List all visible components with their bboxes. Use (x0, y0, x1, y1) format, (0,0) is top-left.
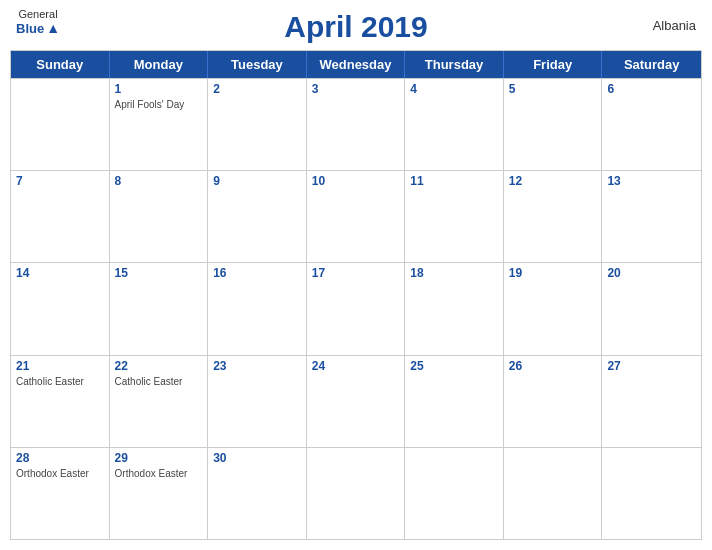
day-number: 22 (115, 359, 203, 373)
day-cell: 3 (307, 79, 406, 170)
week-row-4: 21Catholic Easter22Catholic Easter232425… (11, 355, 701, 447)
header-friday: Friday (504, 51, 603, 78)
country-label: Albania (653, 18, 696, 33)
day-number: 23 (213, 359, 301, 373)
day-cell (307, 448, 406, 539)
logo: General Blue ▲ (16, 8, 60, 36)
day-number: 17 (312, 266, 400, 280)
day-cell: 10 (307, 171, 406, 262)
day-cell: 18 (405, 263, 504, 354)
day-number: 13 (607, 174, 696, 188)
header-sunday: Sunday (11, 51, 110, 78)
calendar-grid: Sunday Monday Tuesday Wednesday Thursday… (10, 50, 702, 540)
day-cell: 24 (307, 356, 406, 447)
day-number: 3 (312, 82, 400, 96)
day-event: April Fools' Day (115, 98, 203, 111)
header-tuesday: Tuesday (208, 51, 307, 78)
day-number: 27 (607, 359, 696, 373)
day-number: 9 (213, 174, 301, 188)
day-cell: 4 (405, 79, 504, 170)
day-number: 19 (509, 266, 597, 280)
day-number: 1 (115, 82, 203, 96)
day-cell: 26 (504, 356, 603, 447)
day-cell: 11 (405, 171, 504, 262)
day-cell: 9 (208, 171, 307, 262)
day-cell: 29Orthodox Easter (110, 448, 209, 539)
day-cell (602, 448, 701, 539)
day-cell: 19 (504, 263, 603, 354)
day-cell: 7 (11, 171, 110, 262)
day-cell: 13 (602, 171, 701, 262)
day-cell: 2 (208, 79, 307, 170)
week-row-1: 1April Fools' Day23456 (11, 78, 701, 170)
day-cell: 12 (504, 171, 603, 262)
day-cell (504, 448, 603, 539)
day-number: 10 (312, 174, 400, 188)
weeks-container: 1April Fools' Day23456789101112131415161… (11, 78, 701, 539)
day-event: Catholic Easter (115, 375, 203, 388)
day-number: 15 (115, 266, 203, 280)
day-number: 4 (410, 82, 498, 96)
day-cell: 30 (208, 448, 307, 539)
header-thursday: Thursday (405, 51, 504, 78)
day-number: 26 (509, 359, 597, 373)
day-cell: 25 (405, 356, 504, 447)
week-row-2: 78910111213 (11, 170, 701, 262)
day-cell: 15 (110, 263, 209, 354)
calendar-title: April 2019 (284, 10, 427, 44)
day-event: Catholic Easter (16, 375, 104, 388)
day-event: Orthodox Easter (16, 467, 104, 480)
day-cell: 1April Fools' Day (110, 79, 209, 170)
day-number: 5 (509, 82, 597, 96)
day-cell: 14 (11, 263, 110, 354)
day-cell: 23 (208, 356, 307, 447)
day-cell: 8 (110, 171, 209, 262)
day-cell: 16 (208, 263, 307, 354)
day-number: 21 (16, 359, 104, 373)
day-number: 24 (312, 359, 400, 373)
day-number: 7 (16, 174, 104, 188)
header-wednesday: Wednesday (307, 51, 406, 78)
day-number: 2 (213, 82, 301, 96)
day-cell: 20 (602, 263, 701, 354)
calendar-header: General Blue ▲ April 2019 Albania (0, 0, 712, 50)
day-number: 25 (410, 359, 498, 373)
day-number: 30 (213, 451, 301, 465)
day-cell: 21Catholic Easter (11, 356, 110, 447)
day-number: 11 (410, 174, 498, 188)
day-cell: 27 (602, 356, 701, 447)
day-cell: 5 (504, 79, 603, 170)
day-number: 12 (509, 174, 597, 188)
calendar-page: General Blue ▲ April 2019 Albania Sunday… (0, 0, 712, 550)
day-number: 16 (213, 266, 301, 280)
week-row-5: 28Orthodox Easter29Orthodox Easter30 (11, 447, 701, 539)
day-cell (405, 448, 504, 539)
day-event: Orthodox Easter (115, 467, 203, 480)
day-number: 8 (115, 174, 203, 188)
day-number: 14 (16, 266, 104, 280)
day-cell: 28Orthodox Easter (11, 448, 110, 539)
day-number: 6 (607, 82, 696, 96)
week-row-3: 14151617181920 (11, 262, 701, 354)
day-number: 28 (16, 451, 104, 465)
day-number: 29 (115, 451, 203, 465)
day-cell (11, 79, 110, 170)
header-monday: Monday (110, 51, 209, 78)
day-cell: 22Catholic Easter (110, 356, 209, 447)
day-number: 20 (607, 266, 696, 280)
logo-general-text: General (18, 8, 57, 20)
logo-bird-icon: ▲ (46, 20, 60, 36)
logo-blue-text: Blue ▲ (16, 20, 60, 36)
day-cell: 6 (602, 79, 701, 170)
day-cell: 17 (307, 263, 406, 354)
day-number: 18 (410, 266, 498, 280)
day-headers-row: Sunday Monday Tuesday Wednesday Thursday… (11, 51, 701, 78)
header-saturday: Saturday (602, 51, 701, 78)
